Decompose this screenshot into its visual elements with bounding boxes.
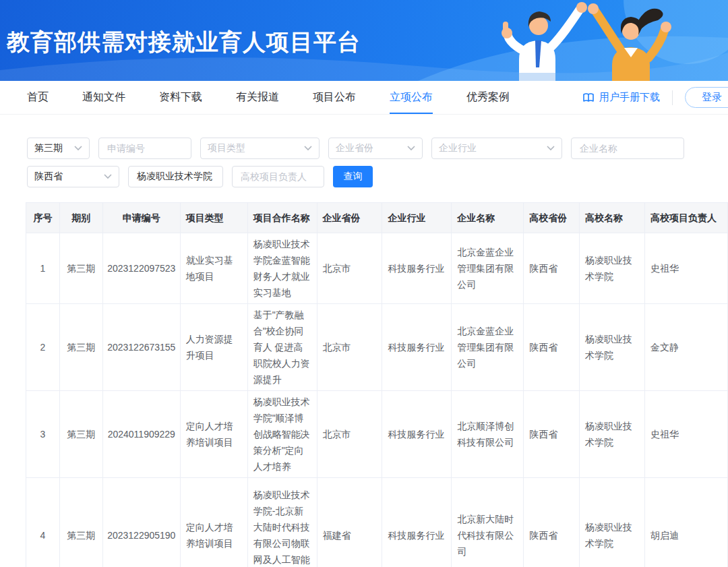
table-cell: 第三期 — [59, 304, 102, 391]
column-header: 高校名称 — [580, 203, 645, 233]
school-province-select[interactable]: 陕西省 — [27, 166, 119, 187]
column-header: 序号 — [26, 203, 60, 233]
user-manual-download-link[interactable]: 用户手册下载 — [582, 91, 660, 104]
banner-illustration — [485, 0, 715, 81]
table-cell: 史祖华 — [644, 233, 727, 304]
filter-row-2: 陕西省 查询 — [27, 166, 728, 187]
table-cell: 第三期 — [59, 478, 102, 567]
page-title: 教育部供需对接就业育人项目平台 — [7, 27, 361, 58]
nav-right: 用户手册下载 登录 — [582, 81, 728, 114]
table-row: 2第三期2023122673155人力资源提升项目基于"产教融合"校企协同育人 … — [26, 304, 728, 391]
table-cell: 就业实习基地项目 — [180, 233, 247, 304]
tab-downloads[interactable]: 资料下载 — [159, 81, 202, 114]
book-icon — [582, 92, 595, 103]
table-cell: 2023122673155 — [102, 304, 180, 391]
table-cell: 2023122097523 — [102, 233, 180, 304]
project-type-placeholder: 项目类型 — [208, 142, 245, 154]
company-province-placeholder: 企业省份 — [336, 142, 373, 154]
table-cell: 科技服务行业 — [382, 304, 452, 391]
school-leader-input[interactable] — [232, 166, 324, 187]
table-cell: 福建省 — [317, 478, 382, 567]
table-cell: 胡启迪 — [644, 478, 727, 567]
table-cell: 2024011909229 — [102, 391, 180, 478]
application-number-input[interactable] — [98, 138, 191, 159]
table-cell: 定向人才培养培训项目 — [180, 478, 247, 567]
table-cell: 金文静 — [644, 304, 727, 391]
tab-notices[interactable]: 通知文件 — [82, 81, 125, 114]
column-header: 企业行业 — [382, 203, 452, 233]
banner: 教育部供需对接就业育人项目平台 — [0, 0, 728, 81]
chevron-down-icon — [104, 174, 112, 179]
login-button[interactable]: 登录 — [685, 87, 728, 108]
table-cell: 杨凌职业技术学院"顺泽博创战略智能决策分析"定向人才培养 — [247, 391, 317, 478]
table-cell: 杨凌职业技术学院-北京新大陆时代科技有限公司物联网及人工智能方向人才培养 — [247, 478, 317, 567]
table-cell: 科技服务行业 — [382, 478, 452, 567]
chevron-down-icon — [547, 146, 555, 151]
table-cell: 杨凌职业技术学院金蓝智能财务人才就业实习基地 — [247, 233, 317, 304]
table-cell: 陕西省 — [524, 478, 580, 567]
table-cell: 1 — [26, 233, 60, 304]
search-button[interactable]: 查询 — [333, 166, 373, 187]
column-header: 高校省份 — [524, 203, 580, 233]
table-cell: 科技服务行业 — [382, 233, 452, 304]
column-header: 高校项目负责人 — [644, 203, 727, 233]
filter-panel: 第三期 项目类型 企业省份 企业行业 陕西省 查询 — [27, 138, 728, 187]
company-industry-placeholder: 企业行业 — [439, 142, 477, 154]
table-cell: 人力资源提升项目 — [180, 304, 247, 391]
column-header: 项目合作名称 — [247, 203, 317, 233]
column-header: 企业名称 — [452, 203, 524, 233]
table-cell: 杨凌职业技术学院 — [580, 304, 645, 391]
table-cell: 第三期 — [59, 391, 102, 478]
table-row: 4第三期2023122905190定向人才培养培训项目杨凌职业技术学院-北京新大… — [26, 478, 728, 567]
nav-tabs: 首页 通知文件 资料下载 有关报道 项目公布 立项公布 优秀案例 — [27, 81, 510, 114]
table-cell: 杨凌职业技术学院 — [580, 478, 645, 567]
main-nav: 首页 通知文件 资料下载 有关报道 项目公布 立项公布 优秀案例 用户手册下载 … — [0, 81, 728, 115]
table-cell: 3 — [26, 391, 60, 478]
column-header: 期别 — [59, 203, 102, 233]
project-type-select[interactable]: 项目类型 — [200, 138, 320, 159]
company-province-select[interactable]: 企业省份 — [328, 138, 423, 159]
table-cell: 史祖华 — [644, 391, 727, 478]
table-cell: 陕西省 — [524, 304, 580, 391]
company-name-input[interactable] — [571, 138, 684, 159]
filter-row-1: 第三期 项目类型 企业省份 企业行业 — [27, 138, 728, 159]
column-header: 企业省份 — [317, 203, 382, 233]
table-cell: 北京市 — [317, 233, 382, 304]
school-name-input[interactable] — [128, 166, 223, 187]
table-row: 1第三期2023122097523就业实习基地项目杨凌职业技术学院金蓝智能财务人… — [26, 233, 728, 304]
tab-project-publish[interactable]: 项目公布 — [313, 81, 356, 114]
table-cell: 北京金蓝企业管理集团有限公司 — [452, 233, 524, 304]
table-cell: 陕西省 — [524, 233, 580, 304]
tab-approval-publish[interactable]: 立项公布 — [390, 81, 433, 114]
tab-home[interactable]: 首页 — [27, 81, 49, 114]
company-industry-select[interactable]: 企业行业 — [431, 138, 562, 159]
table-row: 3第三期2024011909229定向人才培养培训项目杨凌职业技术学院"顺泽博创… — [26, 391, 728, 478]
table-cell: 北京顺泽博创科技有限公司 — [452, 391, 524, 478]
school-province-value: 陕西省 — [34, 171, 63, 183]
column-header: 项目类型 — [180, 203, 247, 233]
tab-reports[interactable]: 有关报道 — [236, 81, 279, 114]
table-cell: 北京新大陆时代科技有限公司 — [452, 478, 524, 567]
table-cell: 陕西省 — [524, 391, 580, 478]
chevron-down-icon — [407, 146, 415, 151]
period-select-value: 第三期 — [34, 142, 63, 154]
table-cell: 基于"产教融合"校企协同育人 促进高职院校人力资源提升 — [247, 304, 317, 391]
table-cell: 北京金蓝企业管理集团有限公司 — [452, 304, 524, 391]
results-table-wrap: 序号期别申请编号项目类型项目合作名称企业省份企业行业企业名称高校省份高校名称高校… — [26, 202, 728, 567]
table-cell: 4 — [26, 478, 60, 567]
table-cell: 定向人才培养培训项目 — [180, 391, 247, 478]
chevron-down-icon — [74, 146, 82, 151]
chevron-down-icon — [304, 146, 312, 151]
table-cell: 杨凌职业技术学院 — [580, 233, 645, 304]
table-cell: 杨凌职业技术学院 — [580, 391, 645, 478]
table-cell: 2023122905190 — [102, 478, 180, 567]
period-select[interactable]: 第三期 — [27, 138, 90, 159]
results-table: 序号期别申请编号项目类型项目合作名称企业省份企业行业企业名称高校省份高校名称高校… — [26, 202, 728, 567]
manual-link-label: 用户手册下载 — [599, 91, 660, 104]
divider — [672, 90, 673, 105]
table-cell: 科技服务行业 — [382, 391, 452, 478]
table-cell: 第三期 — [59, 233, 102, 304]
column-header: 申请编号 — [102, 203, 180, 233]
tab-excellent-cases[interactable]: 优秀案例 — [466, 81, 510, 114]
table-cell: 2 — [26, 304, 60, 391]
